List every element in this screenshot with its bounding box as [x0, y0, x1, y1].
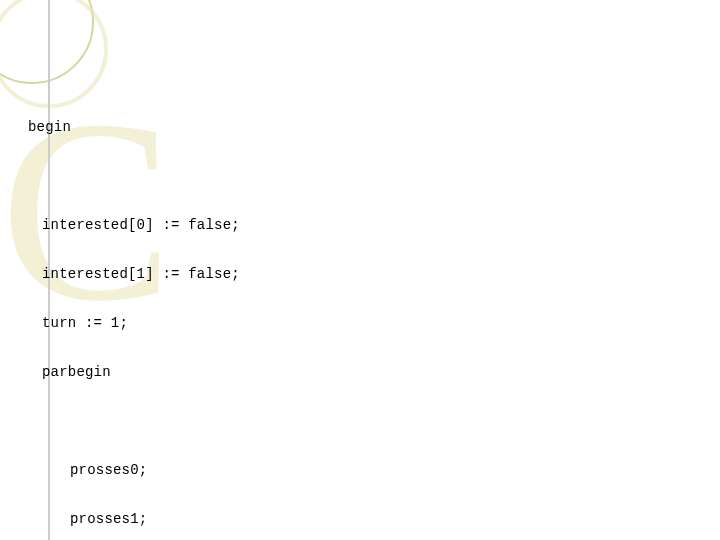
code-line: turn := 1; — [28, 311, 720, 336]
code-line: interested[0] := false; — [28, 213, 720, 238]
code-blank-line — [28, 164, 720, 189]
code-block: begin interested[0] := false; interested… — [0, 0, 720, 540]
code-blank-line — [28, 409, 720, 434]
code-line: begin — [28, 115, 720, 140]
code-line: parbegin — [28, 360, 720, 385]
code-line: prosses1; — [28, 507, 720, 532]
code-line: interested[1] := false; — [28, 262, 720, 287]
code-line: prosses0; — [28, 458, 720, 483]
